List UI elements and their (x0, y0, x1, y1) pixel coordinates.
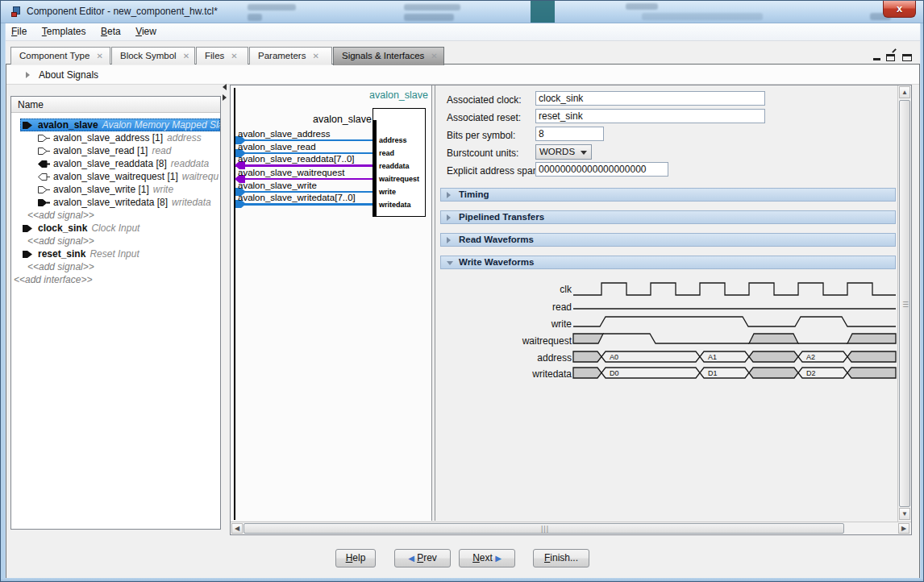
port-input-icon (38, 132, 50, 139)
diagram-properties-divider[interactable] (431, 85, 435, 521)
tree-row[interactable]: avalon_slave_read [1]read (11, 144, 219, 157)
wire-label: avalon_slave_read (238, 142, 316, 152)
tree-row-add-signal[interactable]: <<add signal>> (11, 209, 219, 222)
tree-row[interactable]: avalon_slave_waitrequest [1]waitrequest (11, 170, 219, 183)
scroll-up-icon[interactable]: ▲ (899, 86, 910, 98)
close-button[interactable]: x (883, 1, 916, 18)
scroll-right-icon[interactable]: ▶ (898, 523, 909, 534)
interface-icon (23, 222, 35, 230)
title-bar: Component Editor - new_component_hw.tcl*… (1, 1, 924, 23)
port-output-bus-icon (38, 158, 50, 165)
tree-row-clock-sink[interactable]: clock_sinkClock Input (11, 222, 219, 235)
port-input-icon (38, 145, 50, 152)
menu-templates[interactable]: Templates (36, 23, 92, 39)
tree-row-avalon-slave[interactable]: avalon_slaveAvalon Memory Mapped Slave (20, 118, 220, 131)
tab-close-icon[interactable]: ✕ (312, 52, 318, 60)
section-timing[interactable]: Timing (440, 188, 896, 202)
finish-button[interactable]: Finish... (533, 549, 589, 567)
associated-reset-input[interactable] (535, 109, 765, 123)
port-label: read (379, 149, 394, 157)
interface-name-label: avalon_slave (323, 89, 428, 101)
field-label: Bits per symbol: (447, 130, 515, 141)
tree-row-reset-sink[interactable]: reset_sinkReset Input (11, 247, 219, 260)
field-label: Associated reset: (447, 112, 521, 123)
tab-files[interactable]: Files✕ (196, 47, 248, 64)
burstcount-units-dropdown[interactable]: WORDS (535, 144, 592, 160)
window-border-right (920, 23, 924, 578)
tree-row-add-signal[interactable]: <<add signal>> (11, 235, 219, 247)
window-border-bottom (1, 578, 924, 582)
port-label: writedata (379, 201, 411, 209)
collapse-right-icon[interactable] (223, 94, 227, 101)
write-waveforms-plot: A0 A1 A2 D0 D1 D2 (440, 273, 897, 388)
field-label: Burstcount units: (447, 148, 518, 159)
menu-file[interactable]: File (6, 23, 32, 39)
address-value: A0 (610, 353, 618, 361)
tree-row[interactable]: avalon_slave_readdata [8]readdata (11, 157, 219, 170)
section-write-waveforms[interactable]: Write Waveforms (440, 256, 896, 269)
tree-row-add-interface[interactable]: <<add interface>> (11, 273, 219, 286)
panel-splitter[interactable] (223, 84, 229, 106)
wire-address (235, 139, 373, 141)
associated-clock-input[interactable] (535, 91, 765, 106)
prev-button[interactable]: ◀ Prev (394, 549, 451, 567)
help-button[interactable]: Help (335, 549, 376, 567)
about-signals-bar[interactable]: About Signals (6, 65, 919, 85)
chevron-down-icon (581, 151, 587, 155)
tab-close-icon[interactable]: ✕ (183, 52, 189, 60)
bits-per-symbol-input[interactable] (535, 127, 604, 141)
port-label: address (379, 136, 407, 144)
tab-close-icon[interactable]: ✕ (96, 52, 102, 60)
horizontal-scrollbar[interactable]: ◀ ||| ▶ (231, 522, 911, 534)
port-input-bus-icon (38, 197, 50, 204)
tree-header-name[interactable]: Name (11, 97, 220, 113)
vertical-scrollbar-thumb[interactable]: ☰ (899, 100, 910, 507)
float-window-icon[interactable] (886, 54, 895, 61)
interface-icon (23, 119, 35, 127)
slave-block-port-bar (373, 120, 377, 216)
tab-parameters[interactable]: Parameters✕ (249, 47, 332, 64)
wire-label: avalon_slave_readdata[7..0] (238, 154, 355, 164)
section-read-waveforms[interactable]: Read Waveforms (440, 233, 896, 247)
maximize-icon[interactable] (902, 54, 912, 61)
scroll-down-icon[interactable]: ▼ (899, 508, 910, 520)
field-label: Explicit address span: (447, 165, 541, 177)
wire-waitrequest (235, 178, 373, 180)
tab-close-icon[interactable]: ✕ (231, 52, 237, 60)
tree-row[interactable]: avalon_slave_address [1]address (11, 131, 219, 144)
field-label: Associated clock: (447, 94, 522, 106)
section-pipelined-transfers[interactable]: Pipelined Transfers (440, 210, 896, 224)
tree-row[interactable]: avalon_slave_writedata [8]writedata (11, 196, 219, 209)
tree-row-add-signal[interactable]: <<add signal>> (11, 260, 219, 273)
menu-beta[interactable]: Beta (95, 23, 127, 39)
horizontal-scrollbar-thumb[interactable]: ||| (243, 523, 844, 534)
chevron-right-icon (447, 214, 451, 221)
minimize-icon[interactable] (873, 58, 880, 60)
app-icon (11, 6, 23, 18)
port-label: write (379, 188, 396, 196)
port-input-icon (38, 184, 50, 191)
interface-icon (23, 248, 35, 256)
vertical-scrollbar[interactable]: ▲ ☰ ▼ (897, 85, 911, 522)
tab-close-icon[interactable]: ✕ (431, 52, 437, 60)
tab-block-symbol[interactable]: Block Symbol✕ (111, 47, 195, 64)
wire-label: avalon_slave_writedata[7..0] (238, 193, 356, 202)
close-icon: x (897, 2, 902, 15)
port-output-icon (38, 171, 50, 178)
menu-bar: File Templates Beta View (6, 23, 920, 41)
tab-signals-interfaces[interactable]: Signals & Interfaces✕ (333, 47, 444, 65)
block-title: avalon_slave (268, 114, 372, 125)
arrow-left-icon: ◀ (408, 554, 414, 563)
footer-bar: Help ◀ Prev Next ▶ Finish... (6, 535, 919, 578)
scroll-left-icon[interactable]: ◀ (231, 523, 243, 534)
next-button[interactable]: Next ▶ (459, 549, 515, 567)
wire-writedata (235, 203, 373, 206)
wire-label: avalon_slave_address (238, 129, 330, 139)
tree-row[interactable]: avalon_slave_write [1]write (11, 183, 219, 196)
collapse-left-icon[interactable] (223, 84, 227, 90)
menu-view[interactable]: View (130, 23, 162, 39)
tab-component-type[interactable]: Component Type✕ (10, 47, 110, 64)
explicit-address-span-input[interactable] (535, 162, 668, 177)
expand-arrow-icon[interactable] (26, 72, 30, 78)
writedata-value: D0 (610, 369, 619, 377)
